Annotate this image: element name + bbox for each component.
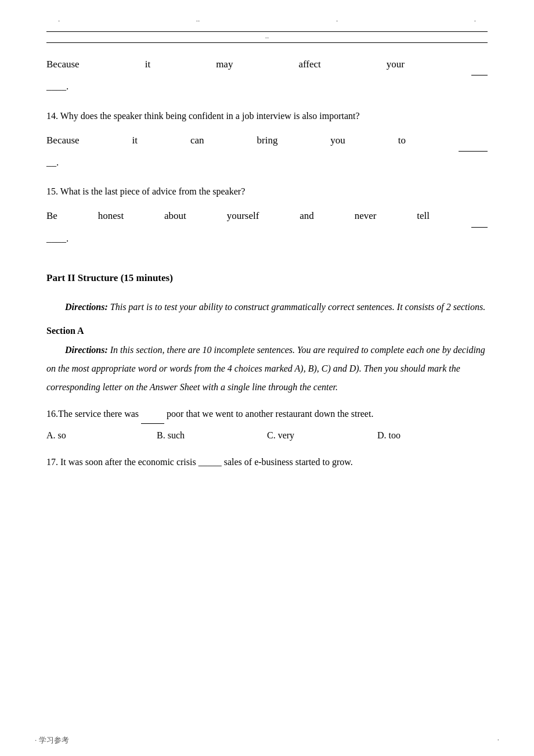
top-dot-4: ·: [474, 16, 476, 26]
blank-15a: [471, 205, 488, 227]
word-bring: bring: [257, 129, 278, 151]
word-can: can: [190, 129, 204, 151]
q16-option-b: B. such: [157, 426, 267, 445]
section-a-directions-text: In this section, there are 10 incomplete…: [46, 345, 485, 392]
footer: · 学习参考 ·: [0, 735, 534, 746]
q16-text-after: poor that we went to another restaurant …: [167, 409, 373, 419]
top-dot-3: ·: [336, 16, 338, 26]
word-because-14: Because: [46, 129, 80, 151]
q16-option-a: A. so: [46, 426, 157, 445]
blank-14a: [459, 129, 488, 152]
q16-text-before: 16.The service there was: [46, 409, 139, 419]
top-dots: · ·· · ·: [46, 12, 488, 30]
word-and: and: [300, 205, 314, 226]
word-it-14: it: [132, 129, 138, 151]
sub-dots: ··: [46, 33, 488, 42]
q16-blank: [141, 405, 164, 424]
section-a-directions-label: Directions:: [65, 345, 108, 355]
word-because-13: Because: [46, 53, 80, 75]
top-line: [46, 31, 488, 32]
word-about: about: [164, 205, 186, 226]
part2-header: Part II Structure (15 minutes): [46, 272, 488, 284]
top-dot-1: ·: [58, 16, 60, 26]
word-it-13: it: [145, 53, 150, 75]
word-tell: tell: [417, 205, 430, 226]
q14-question: 14. Why does the speaker think being con…: [46, 108, 488, 125]
q14-continuation: __.: [46, 152, 488, 173]
top-dot-2: ··: [196, 16, 200, 26]
word-be: Be: [46, 205, 57, 226]
part2-directions: Directions: This part is to test your ab…: [46, 298, 488, 316]
q16-option-d: D. too: [377, 426, 488, 445]
page: · ·· · · ·· Because it may affect your _…: [0, 0, 534, 756]
line2: [46, 42, 488, 43]
q15-question: 15. What is the last piece of advice fro…: [46, 183, 488, 200]
section-a-header: Section A: [46, 326, 488, 336]
word-you: you: [330, 129, 345, 151]
word-yourself: yourself: [227, 205, 259, 226]
directions-label-1: Directions:: [65, 302, 108, 312]
q13-continuation: ____.: [46, 75, 488, 97]
footer-right: ·: [497, 735, 499, 746]
word-honest: honest: [98, 205, 124, 226]
word-your: your: [387, 53, 405, 75]
footer-left: · 学习参考: [35, 735, 69, 746]
q17-text: 17. It was soon after the economic crisi…: [46, 453, 488, 471]
blank-13a: [471, 53, 488, 75]
q15-continuation: ____.: [46, 228, 488, 249]
section-a-directions: Directions: In this section, there are 1…: [46, 341, 488, 397]
q16-option-c: C. very: [267, 426, 377, 445]
q16-answers: A. so B. such C. very D. too: [46, 426, 488, 445]
word-may: may: [216, 53, 233, 75]
q14-sentence-row: Because it can bring you to: [46, 129, 488, 152]
q16-text: 16.The service there was poor that we we…: [46, 405, 488, 424]
word-never: never: [355, 205, 377, 226]
word-affect: affect: [298, 53, 320, 75]
q13-sentence-row: Because it may affect your: [46, 53, 488, 75]
part2-directions-text: This part is to test your ability to con…: [110, 302, 485, 312]
q15-sentence-row: Be honest about yourself and never tell: [46, 205, 488, 227]
word-to: to: [398, 129, 406, 151]
